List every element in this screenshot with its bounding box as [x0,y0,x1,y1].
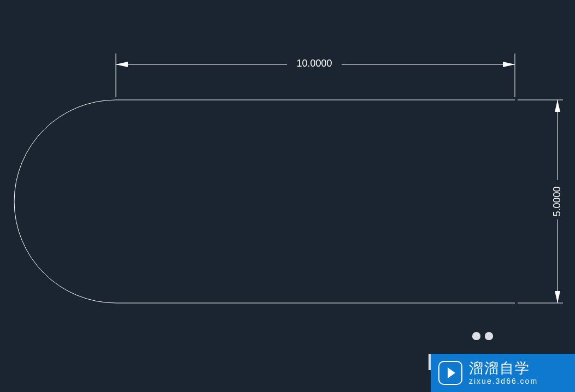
arrow-down-icon [555,291,560,303]
arrow-right-icon [503,62,515,67]
vertical-dimension: 5.0000 [518,100,563,303]
vertical-dim-value: 5.0000 [551,186,562,216]
watermark-brand-main: 溜溜自学 [469,360,538,376]
watermark-dots-icon [472,332,493,344]
watermark-brand-sub: zixue.3d66.com [469,377,538,385]
arrow-up-icon [555,100,560,112]
play-icon [438,361,462,385]
horizontal-dimension: 10.0000 [116,54,515,97]
watermark-text: 溜溜自学 zixue.3d66.com [469,360,538,385]
watermark-banner: 溜溜自学 zixue.3d66.com [431,354,575,392]
arrow-left-icon [116,62,128,67]
horizontal-dim-value: 10.0000 [296,58,332,69]
drawing-geometry [14,100,515,303]
left-arc [14,100,116,303]
